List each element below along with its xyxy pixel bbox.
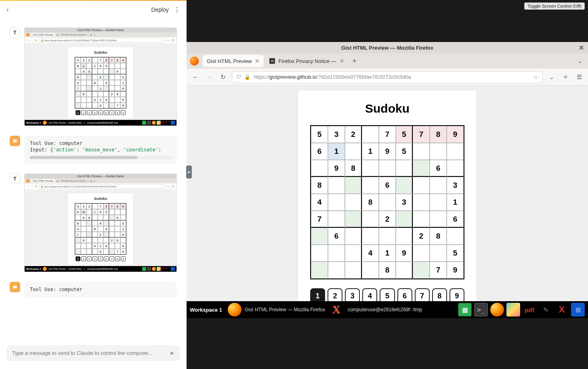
sudoku-cell[interactable]: 6 — [447, 211, 464, 228]
sudoku-cell[interactable]: 4 — [311, 194, 328, 211]
sudoku-cell[interactable] — [328, 245, 345, 262]
taskbar-terminal-title[interactable]: computeruse@e2818efc269f: /tmp — [348, 307, 422, 312]
panel-resize-handle[interactable]: ▶ — [186, 166, 192, 178]
sudoku-cell[interactable]: 6 — [328, 228, 345, 245]
terminal-icon[interactable]: >_ — [474, 303, 488, 317]
sudoku-cell[interactable]: 7 — [379, 126, 396, 143]
sudoku-cell[interactable] — [413, 211, 430, 228]
sudoku-cell[interactable]: 4 — [362, 245, 379, 262]
sudoku-cell[interactable] — [345, 228, 362, 245]
reload-button[interactable]: ↻ — [218, 73, 228, 81]
tab-privacy-notice[interactable]: m Firefox Privacy Notice — ✕ — [265, 55, 348, 67]
sudoku-cell[interactable] — [396, 262, 413, 279]
tab-close-icon[interactable]: ✕ — [255, 58, 260, 64]
sudoku-cell[interactable] — [396, 228, 413, 245]
sudoku-cell[interactable] — [345, 177, 362, 194]
sudoku-cell[interactable] — [447, 160, 464, 177]
screenshot-thumb[interactable]: Gist HTML Preview — Mozilla FirefoxGist … — [24, 27, 177, 126]
sudoku-cell[interactable] — [362, 228, 379, 245]
send-button[interactable]: ➤ — [169, 349, 174, 357]
close-x-icon[interactable]: X — [555, 303, 569, 317]
horizontal-scrollbar[interactable] — [30, 156, 171, 159]
sudoku-cell[interactable]: 5 — [396, 126, 413, 143]
screenshot-thumb[interactable]: Gist HTML Preview — Mozilla FirefoxGist … — [24, 174, 177, 272]
sudoku-cell[interactable] — [413, 262, 430, 279]
sudoku-cell[interactable]: 1 — [379, 245, 396, 262]
new-tab-button[interactable]: + — [350, 57, 359, 65]
sudoku-cell[interactable] — [413, 194, 430, 211]
sudoku-cell[interactable]: 8 — [345, 160, 362, 177]
sudoku-cell[interactable] — [345, 262, 362, 279]
sudoku-cell[interactable] — [413, 143, 430, 160]
sudoku-cell[interactable]: 3 — [447, 177, 464, 194]
url-field[interactable]: 🛡 🔒 https://gistpreview.github.io/?d2d12… — [232, 71, 543, 83]
forward-button[interactable]: → — [204, 73, 214, 80]
sudoku-cell[interactable]: 8 — [362, 194, 379, 211]
pdf-icon[interactable]: pdf — [523, 303, 536, 317]
image-viewer-icon[interactable] — [506, 303, 520, 317]
sudoku-cell[interactable] — [430, 177, 447, 194]
sudoku-cell[interactable]: 7 — [311, 211, 328, 228]
sudoku-cell[interactable]: 6 — [379, 177, 396, 194]
pocket-icon[interactable]: ⌄ — [547, 73, 556, 81]
taskbar-app-title[interactable]: Gist HTML Preview — Mozilla Firefox — [245, 307, 325, 312]
sudoku-cell[interactable] — [430, 194, 447, 211]
sudoku-cell[interactable] — [311, 160, 328, 177]
sudoku-cell[interactable]: 9 — [379, 143, 396, 160]
more-menu-button[interactable]: ⋮ — [174, 6, 180, 14]
sudoku-cell[interactable] — [311, 228, 328, 245]
extensions-icon[interactable]: ✧ — [561, 73, 570, 81]
chat-input[interactable]: ➤ — [6, 345, 180, 361]
deploy-button[interactable]: Deploy — [151, 6, 169, 13]
sudoku-cell[interactable]: 5 — [447, 245, 464, 262]
sudoku-cell[interactable] — [345, 245, 362, 262]
sudoku-cell[interactable] — [430, 245, 447, 262]
sudoku-cell[interactable] — [345, 194, 362, 211]
sudoku-cell[interactable]: 3 — [396, 194, 413, 211]
bookmark-icon[interactable]: ☆ — [533, 74, 538, 80]
sudoku-cell[interactable]: 1 — [328, 143, 345, 160]
sudoku-cell[interactable] — [328, 211, 345, 228]
sudoku-cell[interactable]: 5 — [311, 126, 328, 143]
sudoku-cell[interactable] — [396, 177, 413, 194]
sudoku-cell[interactable]: 8 — [430, 126, 447, 143]
sudoku-cell[interactable]: 7 — [430, 262, 447, 279]
sudoku-cell[interactable] — [447, 143, 464, 160]
sudoku-cell[interactable] — [396, 160, 413, 177]
sudoku-cell[interactable] — [413, 177, 430, 194]
tab-gist-preview[interactable]: Gist HTML Preview ✕ — [203, 55, 264, 67]
sudoku-cell[interactable] — [413, 160, 430, 177]
spreadsheet-icon[interactable]: ▦ — [458, 303, 472, 317]
sudoku-cell[interactable]: 8 — [430, 228, 447, 245]
tab-list-button[interactable]: ⌄ — [575, 58, 585, 64]
sudoku-cell[interactable] — [362, 126, 379, 143]
shield-icon[interactable]: 🛡 — [236, 74, 241, 80]
sudoku-cell[interactable]: 6 — [430, 160, 447, 177]
tab-close-icon[interactable]: ✕ — [340, 58, 344, 64]
firefox-taskbar-icon[interactable] — [228, 303, 242, 317]
menu-icon[interactable]: ☰ — [574, 73, 584, 81]
lock-icon[interactable]: 🔒 — [244, 74, 250, 80]
sudoku-cell[interactable] — [362, 211, 379, 228]
sudoku-cell[interactable]: 9 — [447, 126, 464, 143]
sudoku-cell[interactable] — [396, 211, 413, 228]
expand-icon[interactable]: › — [6, 6, 8, 13]
sudoku-cell[interactable]: 9 — [447, 262, 464, 279]
page-content[interactable]: Sudoku 532757896119598686348317266284195… — [187, 86, 588, 318]
sudoku-cell[interactable] — [328, 177, 345, 194]
firefox-icon[interactable] — [490, 303, 504, 317]
sudoku-cell[interactable]: 2 — [413, 228, 430, 245]
sudoku-cell[interactable] — [311, 245, 328, 262]
sudoku-cell[interactable] — [362, 177, 379, 194]
xorg-icon[interactable]: X — [328, 303, 344, 317]
calculator-icon[interactable]: ⊞ — [571, 303, 585, 317]
sudoku-cell[interactable]: 3 — [328, 126, 345, 143]
sudoku-cell[interactable] — [413, 245, 430, 262]
editor-icon[interactable]: ✎ — [539, 303, 552, 317]
sudoku-cell[interactable]: 2 — [345, 126, 362, 143]
sudoku-cell[interactable]: 9 — [396, 245, 413, 262]
sudoku-cell[interactable] — [379, 228, 396, 245]
sudoku-cell[interactable]: 7 — [413, 126, 430, 143]
sudoku-cell[interactable] — [430, 211, 447, 228]
sudoku-cell[interactable] — [328, 194, 345, 211]
